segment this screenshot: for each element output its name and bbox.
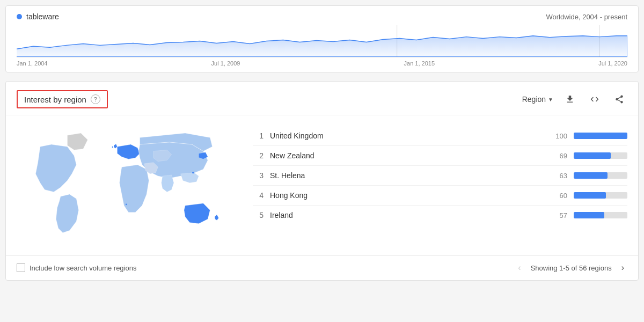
rank-bar-container xyxy=(574,192,627,199)
ranking-row-1: 1 United Kingdom 100 xyxy=(253,126,627,146)
svg-point-4 xyxy=(126,204,127,206)
rank-name: United Kingdom xyxy=(270,131,539,140)
date-4: Jul 1, 2020 xyxy=(598,60,627,67)
pagination-text: Showing 1-5 of 56 regions xyxy=(531,264,612,272)
term-dot xyxy=(17,14,22,19)
pagination: ‹ Showing 1-5 of 56 regions › xyxy=(515,262,627,274)
svg-point-3 xyxy=(112,147,114,148)
region-title: Interest by region xyxy=(24,95,86,104)
scope-label: Worldwide, 2004 - present xyxy=(546,13,627,21)
rank-num: 4 xyxy=(253,191,264,200)
region-title-box: Interest by region ? xyxy=(17,90,108,108)
prev-page-button[interactable]: ‹ xyxy=(515,262,524,274)
rank-bar-container xyxy=(574,152,627,159)
help-icon[interactable]: ? xyxy=(91,94,100,104)
low-volume-label: Include low search volume regions xyxy=(30,264,136,272)
rank-bar-container xyxy=(574,133,627,139)
rank-name: New Zealand xyxy=(270,151,539,160)
chart-dates: Jan 1, 2004 Jul 1, 2009 Jan 1, 2015 Jul … xyxy=(17,57,627,67)
rank-name: Ireland xyxy=(270,211,539,219)
term-label: tableware xyxy=(26,12,59,21)
next-page-button[interactable]: › xyxy=(618,262,627,274)
download-button[interactable] xyxy=(562,91,578,107)
chart-title: tableware xyxy=(17,12,59,21)
chart-card: tableware Worldwide, 2004 - present xyxy=(5,5,639,72)
map-area xyxy=(11,126,237,244)
rankings-list: 1 United Kingdom 100 2 New Zealand 69 xyxy=(237,126,627,244)
rank-score: 69 xyxy=(546,152,567,160)
low-volume-toggle[interactable]: Include low search volume regions xyxy=(17,264,136,272)
ranking-row-3: 3 St. Helena 63 xyxy=(253,166,627,186)
rank-bar-container xyxy=(574,172,627,179)
ranking-row-2: 2 New Zealand 69 xyxy=(253,146,627,166)
rank-bar-fill xyxy=(574,172,608,179)
chart-area xyxy=(17,25,627,57)
rank-num: 5 xyxy=(253,211,264,219)
rank-score: 63 xyxy=(546,172,567,180)
region-dropdown[interactable]: Region ▼ xyxy=(522,95,553,104)
rank-score: 57 xyxy=(546,211,567,219)
rank-num: 1 xyxy=(253,131,264,140)
embed-button[interactable] xyxy=(587,91,603,107)
ranking-row-4: 4 Hong Kong 60 xyxy=(253,186,627,206)
low-volume-checkbox[interactable] xyxy=(17,264,25,272)
rank-bar-container xyxy=(574,212,627,218)
rank-name: Hong Kong xyxy=(270,191,539,200)
date-2: Jul 1, 2009 xyxy=(211,60,240,67)
page-container: tableware Worldwide, 2004 - present xyxy=(0,0,644,295)
region-footer: Include low search volume regions ‹ Show… xyxy=(6,255,638,280)
date-3: Jan 1, 2015 xyxy=(404,60,435,67)
ranking-row-5: 5 Ireland 57 xyxy=(253,206,627,225)
rank-score: 100 xyxy=(546,132,567,140)
region-card: Interest by region ? Region ▼ xyxy=(5,81,639,281)
share-button[interactable] xyxy=(611,91,627,107)
rank-num: 3 xyxy=(253,171,264,180)
region-content: 1 United Kingdom 100 2 New Zealand 69 xyxy=(6,115,638,255)
date-1: Jan 1, 2004 xyxy=(17,60,48,67)
rank-name: St. Helena xyxy=(270,171,539,180)
dropdown-label: Region xyxy=(522,95,546,104)
chevron-down-icon: ▼ xyxy=(548,97,553,103)
region-controls: Region ▼ xyxy=(522,91,627,107)
region-header: Interest by region ? Region ▼ xyxy=(6,82,638,115)
rank-bar-fill xyxy=(574,133,627,139)
world-map xyxy=(22,126,226,244)
trend-chart xyxy=(17,25,627,57)
rank-bar-fill xyxy=(574,192,606,199)
rank-bar-fill xyxy=(574,152,611,159)
chart-header: tableware Worldwide, 2004 - present xyxy=(17,12,627,21)
rank-num: 2 xyxy=(253,151,264,160)
rank-bar-fill xyxy=(574,212,604,218)
rank-score: 60 xyxy=(546,192,567,200)
svg-point-2 xyxy=(192,172,194,173)
